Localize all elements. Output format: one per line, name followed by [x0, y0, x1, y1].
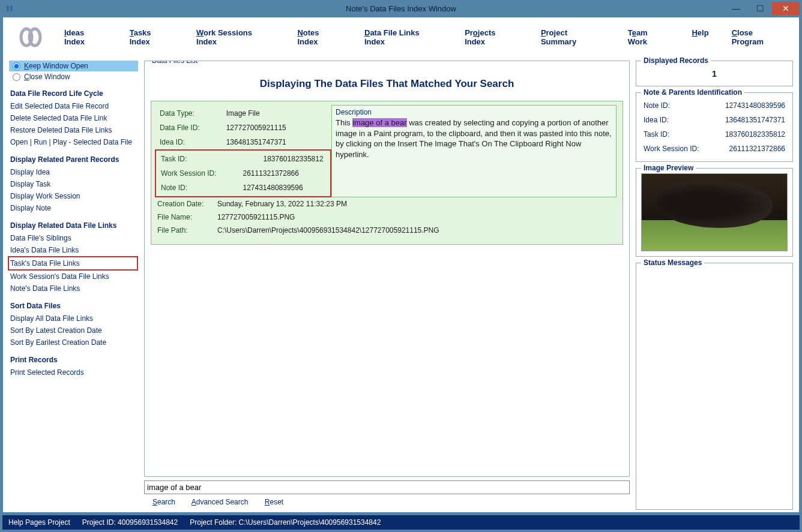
radio-keep-open-input[interactable] — [13, 62, 20, 70]
data-files-list-fieldset: Data Files List Displaying The Data File… — [144, 61, 630, 477]
menu-notes[interactable]: Notes Index — [297, 28, 342, 46]
window-controls: — ☐ ✕ — [724, 2, 800, 15]
lbl-idea-id: Idea ID: — [157, 135, 202, 149]
minimize-button[interactable]: — — [724, 2, 748, 15]
lbl-note-id: Note ID: — [158, 181, 219, 195]
val-filepath: C:\Users\Darren\Projects\400956931534842… — [217, 226, 439, 235]
right-column: Displayed Records 1 Note & Parents Ident… — [636, 61, 793, 510]
link-siblings[interactable]: Data File's Siblings — [9, 232, 138, 244]
radio-keep-open[interactable]: Keep Window Open — [9, 61, 138, 71]
radio-close-window-input[interactable] — [13, 73, 20, 81]
menu-items: Ideas Index Tasks Index Work Sessions In… — [64, 28, 787, 46]
identification-box: Note & Parents Identification Note ID:12… — [636, 92, 793, 162]
maximize-button[interactable]: ☐ — [748, 2, 772, 15]
val-r-ws-id: 26111321372866 — [707, 142, 786, 155]
card-row-top: Data Type:Image File Data File ID:127727… — [157, 106, 617, 197]
link-delete-link[interactable]: Delete Selected Data File Link — [9, 112, 138, 124]
lbl-r-idea-id: Idea ID: — [642, 113, 705, 127]
displayed-count: 1 — [641, 66, 788, 81]
content-area: Ideas Index Tasks Index Work Sessions In… — [2, 17, 800, 513]
advanced-search-button[interactable]: Advanced Search — [191, 498, 249, 506]
status-project-id: Project ID: 400956931534842 — [82, 518, 178, 527]
lbl-ws-id: Work Session ID: — [158, 166, 219, 181]
link-display-idea[interactable]: Display Idea — [9, 166, 138, 178]
radio-close-window[interactable]: Close Window — [9, 71, 138, 82]
image-preview-box: Image Preview — [636, 168, 793, 257]
card-identifiers: Data Type:Image File Data File ID:127727… — [157, 106, 331, 197]
link-restore-links[interactable]: Restore Deleted Data File Links — [9, 124, 138, 136]
description-box: Description This image of a bear was cre… — [331, 105, 617, 197]
link-display-work-session[interactable]: Display Work Session — [9, 190, 138, 202]
highlighted-ids: Task ID:183760182335812 Work Session ID:… — [155, 149, 331, 197]
val-r-task-id: 183760182335812 — [707, 128, 786, 141]
app-window: Note's Data Files Index Window — ☐ ✕ Ide… — [0, 0, 802, 532]
link-display-note[interactable]: Display Note — [9, 202, 138, 214]
link-sort-latest[interactable]: Sort By Latest Creation Date — [9, 324, 138, 336]
val-r-idea-id: 136481351747371 — [707, 113, 786, 127]
lbl-task-id: Task ID: — [158, 152, 219, 166]
section-lifecycle: Data File Record Life Cycle — [10, 89, 138, 98]
link-edit-record[interactable]: Edit Selected Data File Record — [9, 100, 138, 112]
search-button[interactable]: Search — [152, 498, 175, 506]
displayed-records-legend: Displayed Records — [641, 57, 711, 65]
val-data-type: Image File — [202, 106, 289, 121]
val-task-id: 183760182335812 — [219, 152, 325, 166]
list-title: Displaying The Data Files That Matched Y… — [151, 78, 623, 90]
menu-projects[interactable]: Projects Index — [465, 28, 518, 46]
menu-close-program[interactable]: Close Program — [732, 28, 787, 46]
lbl-r-ws-id: Work Session ID: — [642, 142, 705, 155]
sidebar: Keep Window Open Close Window Data File … — [9, 61, 138, 510]
status-help[interactable]: Help Pages Project — [8, 518, 70, 527]
link-note-links[interactable]: Note's Data File Links — [9, 282, 138, 294]
svg-rect-1 — [10, 5, 13, 11]
description-text: This image of a bear was created by sele… — [336, 118, 612, 160]
menu-ideas[interactable]: Ideas Index — [64, 28, 107, 46]
val-idea-id: 136481351747371 — [202, 135, 289, 149]
reset-button[interactable]: Reset — [265, 498, 283, 506]
lbl-creation: Creation Date: — [157, 200, 217, 208]
link-sort-earliest[interactable]: Sort By Earilest Creation Date — [9, 336, 138, 348]
lbl-r-note-id: Note ID: — [642, 99, 705, 112]
lbl-filepath: File Path: — [157, 226, 217, 235]
app-logo — [15, 22, 46, 53]
search-links: Search Advanced Search Reset — [144, 494, 630, 510]
displayed-records-box: Displayed Records 1 — [636, 61, 793, 86]
window-title: Note's Data Files Index Window — [346, 4, 456, 13]
lbl-filename: File Name: — [157, 213, 217, 221]
data-files-list-legend: Data Files List — [149, 61, 200, 65]
image-preview[interactable] — [641, 173, 788, 251]
lbl-r-task-id: Task ID: — [642, 128, 705, 141]
desc-pre: This — [336, 118, 352, 127]
link-idea-links[interactable]: Idea's Data File Links — [9, 244, 138, 256]
menubar: Ideas Index Tasks Index Work Sessions In… — [3, 17, 799, 57]
titlebar[interactable]: Note's Data Files Index Window — ☐ ✕ — [0, 0, 802, 17]
menu-team-work[interactable]: Team Work — [628, 28, 669, 46]
main-area: Keep Window Open Close Window Data File … — [3, 57, 799, 512]
menu-work-sessions[interactable]: Work Sessions Index — [196, 28, 274, 46]
menu-data-file-links[interactable]: Data File Links Index — [364, 28, 442, 46]
menu-help[interactable]: Help — [692, 28, 708, 46]
link-ws-links[interactable]: Work Session's Data File Links — [9, 270, 138, 282]
statusbar: Help Pages Project Project ID: 400956931… — [2, 515, 800, 530]
search-input[interactable] — [144, 480, 630, 494]
status-project-folder: Project Folder: C:\Users\Darren\Projects… — [190, 518, 381, 527]
image-preview-legend: Image Preview — [641, 164, 696, 172]
status-messages-box: Status Messages — [636, 263, 793, 510]
link-display-all[interactable]: Display All Data File Links — [9, 312, 138, 324]
section-print: Print Records — [10, 356, 138, 364]
center-column: Data Files List Displaying The Data File… — [144, 61, 630, 510]
close-button[interactable]: ✕ — [772, 2, 800, 15]
menu-project-summary[interactable]: Project Summary — [541, 28, 605, 46]
data-file-card[interactable]: Data Type:Image File Data File ID:127727… — [151, 101, 623, 245]
status-messages-legend: Status Messages — [641, 259, 704, 267]
val-r-note-id: 127431480839596 — [707, 99, 786, 112]
link-display-task[interactable]: Display Task — [9, 178, 138, 190]
section-sort: Sort Data Files — [10, 302, 138, 310]
row-filename: File Name:127727005921115.PNG — [157, 211, 617, 224]
link-print-selected[interactable]: Print Selected Records — [9, 366, 138, 378]
identification-legend: Note & Parents Identification — [641, 88, 744, 97]
link-open-run-play[interactable]: Open | Run | Play - Selected Data File — [9, 136, 138, 148]
link-task-links[interactable]: Task's Data File Links — [8, 256, 138, 270]
val-filename: 127727005921115.PNG — [217, 213, 295, 221]
menu-tasks[interactable]: Tasks Index — [130, 28, 173, 46]
